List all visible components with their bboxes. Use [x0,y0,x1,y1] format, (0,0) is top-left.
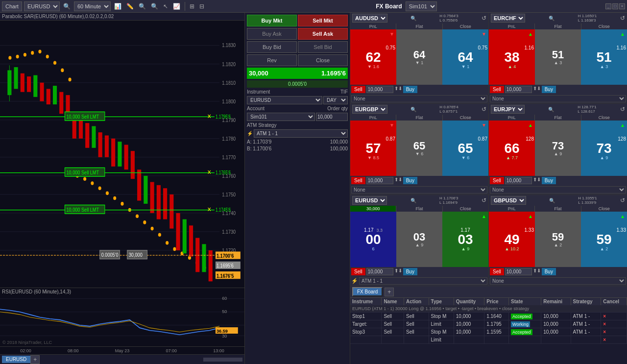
eurgbp-buy-cell[interactable]: 0.87 65 ▼ 6 ▼ [442,121,488,176]
eurchf-buy-cell[interactable]: 1.16 51 ▲ 3 ▲ [581,29,627,85]
audusd-buy-cell[interactable]: 0.75 64 ▼ 1 ▼ [442,29,488,85]
eurchf-sell-button[interactable]: Sell [490,86,504,93]
gbpusd-flat-cell[interactable]: 59 ▲ 2 [535,212,581,267]
eurchf-buy-button[interactable]: Buy [542,86,556,93]
eurgbp-flat-cell[interactable]: 65 ▼ 6 [396,121,442,176]
zoom-out-icon[interactable]: 🔍 [149,2,160,11]
close-button[interactable]: Close [298,54,348,66]
eurgbp-sell-button[interactable]: Sell [351,177,365,184]
row2-cancel-button[interactable]: × [603,321,606,327]
sell-mkt-button[interactable]: Sell Mkt [298,15,348,26]
gbpusd-select[interactable]: GBPUSD [491,196,526,205]
buy-bid-button[interactable]: Buy Bid [247,41,297,53]
maximize-button[interactable]: □ [612,3,618,9]
buy-mkt-button[interactable]: Buy Mkt [247,15,297,26]
eurchf-refresh-icon[interactable]: ↺ [620,15,625,22]
gbpusd-qty-input[interactable] [505,268,532,275]
symbol-select[interactable]: EURUSD [24,1,60,11]
gbpusd-buy-button[interactable]: Buy [542,268,556,275]
audusd-qty-spinner[interactable]: ⬆⬇ [394,86,402,93]
eurusd-tab[interactable]: EURUSD [2,356,30,363]
cursor-icon[interactable]: ↖ [162,2,169,11]
gbpusd-sell-cell[interactable]: 1.33 49 ▲ 10.2 ▲ [489,212,535,267]
rev-button[interactable]: Rev [247,54,297,66]
row4-cancel[interactable]: × [601,336,627,344]
column-icon[interactable]: ⊞ [188,2,196,11]
tif-select[interactable]: DAY [323,96,348,104]
timeframe-select[interactable]: 60 Minute [74,1,111,11]
atm-select[interactable]: ATM 1 - 1 [254,129,348,138]
audusd-none-select[interactable]: None [351,95,487,102]
gbpusd-sell-button[interactable]: Sell [490,268,504,275]
audusd-flat-cell[interactable]: 64 ▼ 1 [396,29,442,85]
eurgbp-buy-button[interactable]: Buy [403,177,417,184]
eurchf-select[interactable]: EURCHF [491,14,525,23]
eurchf-sell-cell[interactable]: 1.16 38 ▲ 4 ▲ [489,29,535,85]
gbpusd-qty-spinner[interactable]: ⬆⬇ [533,268,541,275]
main-chart[interactable]: 1.1830 1.1820 1.1810 1.1800 1.1790 1.178… [0,21,244,288]
fx-board-tab[interactable]: FX Board [352,287,383,296]
sim-account-select[interactable]: Sim101 [406,1,437,11]
order-qty-input[interactable] [316,113,348,121]
audusd-refresh-icon[interactable]: ↺ [482,15,486,22]
row3-cancel[interactable]: × [601,328,627,336]
eurchf-none-select[interactable]: None [490,95,626,102]
row4-cancel-button[interactable]: × [603,337,606,342]
chart-button[interactable]: Chart [2,1,22,11]
eurjpy-buy-cell[interactable]: 128 73 ▲ 9 ▲ [581,121,627,176]
search-icon[interactable]: 🔍 [62,2,72,11]
audusd-qty-input[interactable] [366,86,393,93]
eurusd-sell-cell[interactable]: 1.17 3.3 00 6 [350,212,396,267]
eurjpy-sell-cell[interactable]: 128 66 ▲ 7.7 ▲ [489,121,535,176]
grid-icon[interactable]: ⊟ [198,2,206,11]
eurjpy-select[interactable]: EURJPY [491,105,525,114]
row3-cancel-button[interactable]: × [603,329,606,335]
eurusd-buy-cell[interactable]: 1.17 03 ▲ 9 ▲ [442,212,488,267]
row1-cancel-button[interactable]: × [603,314,606,319]
eurjpy-none-select[interactable]: None [490,186,626,194]
eurgbp-refresh-icon[interactable]: ↺ [482,106,486,113]
zoom-in-icon[interactable]: 🔍 [137,2,147,11]
buy-ask-button[interactable]: Buy Ask [247,28,297,40]
eurchf-qty-spinner[interactable]: ⬆⬇ [533,86,541,93]
minimize-button[interactable]: _ [605,3,611,9]
chart-icon[interactable]: 📈 [171,2,182,11]
eurgbp-qty-spinner[interactable]: ⬆⬇ [394,177,402,184]
eurgbp-sell-cell[interactable]: 0.87 57 ▼ 8.5 ▼ [350,121,396,176]
instrument-select[interactable]: EURUSD [247,96,322,104]
eurgbp-select[interactable]: EURGBP [352,105,387,114]
audusd-buy-button[interactable]: Buy [403,86,417,93]
add-chart-tab-button[interactable]: + [30,355,40,364]
eurusd-atm-select[interactable]: ATM 1 - 1 [359,277,487,285]
eurjpy-qty-spinner[interactable]: ⬆⬇ [533,177,541,184]
eurusd-buy-button[interactable]: Buy [403,268,417,275]
eurjpy-sell-button[interactable]: Sell [490,177,504,184]
eurusd-sell-button[interactable]: Sell [351,268,365,275]
audusd-sell-cell[interactable]: 0.75 62 ▼ 1.6 ▼ [350,29,396,85]
gbpusd-buy-cell[interactable]: 1.33 59 ▲ 2 ▲ [581,212,627,267]
close-window-button[interactable]: × [619,3,625,9]
chart-scrollbar[interactable] [145,358,242,362]
gbpusd-none-select[interactable]: None [490,277,626,285]
eurchf-flat-cell[interactable]: 51 ▲ 3 [535,29,581,85]
eurusd-qty-input[interactable] [366,268,393,275]
row2-cancel[interactable]: × [601,320,627,328]
audusd-select[interactable]: AUDUSD [352,14,387,23]
audusd-sell-button[interactable]: Sell [351,86,365,93]
eurjpy-refresh-icon[interactable]: ↺ [620,106,625,113]
gbpusd-refresh-icon[interactable]: ↺ [620,197,625,204]
row1-cancel[interactable]: × [601,313,627,320]
sell-ask-button[interactable]: Sell Ask [298,28,348,40]
eurjpy-flat-cell[interactable]: 73 ▲ 9 [535,121,581,176]
eurusd-refresh-icon[interactable]: ↺ [482,197,486,204]
eurjpy-qty-input[interactable] [505,177,532,184]
eurchf-qty-input[interactable] [505,86,532,93]
eurjpy-buy-button[interactable]: Buy [542,177,556,184]
sell-bid-button[interactable]: Sell Bid [298,41,348,53]
eurgbp-qty-input[interactable] [366,177,393,184]
bar-type-icon[interactable]: 📊 [113,2,123,11]
add-tab-button[interactable]: + [385,288,394,296]
eurusd-select[interactable]: EURUSD [352,196,387,205]
eurusd-flat-cell[interactable]: 03 ▲ 9 [396,212,442,267]
account-select[interactable]: Sim101 [247,113,315,121]
